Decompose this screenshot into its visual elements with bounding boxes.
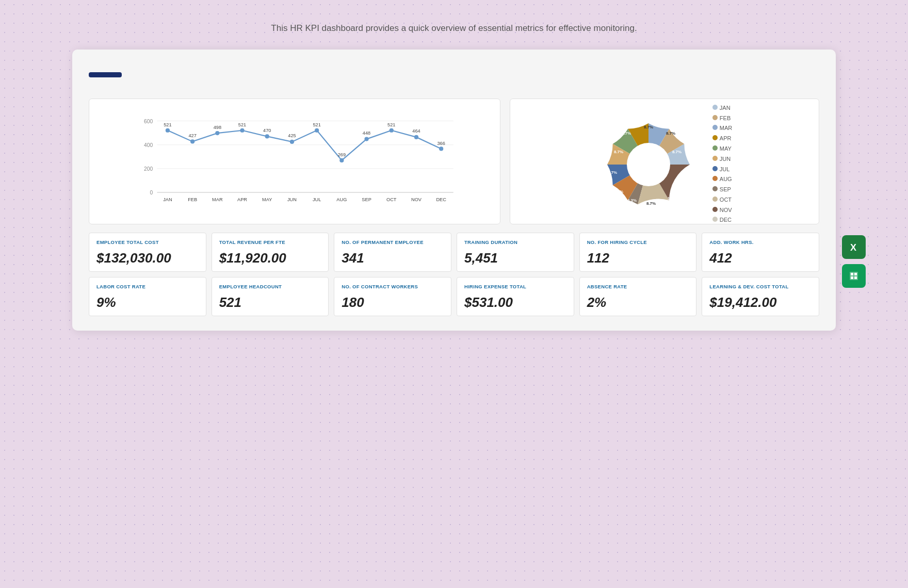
svg-text:MAR: MAR bbox=[212, 197, 223, 202]
svg-text:269: 269 bbox=[338, 152, 346, 157]
svg-text:521: 521 bbox=[238, 122, 246, 127]
kpi-cell: NO. FOR HIRING CYCLE 112 bbox=[579, 233, 697, 272]
kpi-value: $531.00 bbox=[464, 295, 566, 311]
kpi-cell: TOTAL REVENUE PER FTE $11,920.00 bbox=[212, 233, 329, 272]
kpi-cell: NO. OF CONTRACT WORKERS 180 bbox=[334, 277, 451, 316]
svg-text:521: 521 bbox=[387, 122, 395, 127]
kpi-label: LABOR COST RATE bbox=[96, 284, 199, 289]
svg-rect-62 bbox=[854, 273, 857, 275]
svg-point-30 bbox=[390, 128, 394, 132]
svg-text:X: X bbox=[850, 242, 856, 253]
svg-point-29 bbox=[364, 137, 368, 141]
svg-text:464: 464 bbox=[412, 128, 420, 134]
page-header: This HR KPI dashboard provides a quick o… bbox=[0, 0, 908, 40]
kpi-value: $19,412.00 bbox=[709, 295, 812, 311]
svg-text:AUG: AUG bbox=[336, 197, 347, 202]
svg-text:8.7%: 8.7% bbox=[622, 131, 631, 136]
svg-text:4.3%: 4.3% bbox=[627, 198, 637, 203]
svg-text:425: 425 bbox=[288, 133, 296, 138]
svg-text:8.7%: 8.7% bbox=[608, 170, 617, 175]
svg-text:521: 521 bbox=[313, 122, 320, 127]
svg-text:366: 366 bbox=[437, 140, 445, 145]
svg-text:400: 400 bbox=[144, 142, 153, 148]
kpi-cell: LEARNING & DEV. COST TOTAL $19,412.00 bbox=[702, 277, 819, 316]
kpi-cell: NO. OF PERMANENT EMPLOYEE 341 bbox=[334, 233, 451, 272]
donut-chart-area: 8.7% 8.7% 8.7% 8.7% 8.7% 8.7% 8.7% 4.3% … bbox=[520, 110, 809, 219]
kpi-cell: ABSENCE RATE 2% bbox=[579, 277, 697, 316]
kpi-label: ABSENCE RATE bbox=[587, 284, 689, 289]
kpi-value: $132,030.00 bbox=[96, 250, 199, 266]
line-chart-area: 600 400 200 0 JAN FEB MAR APR MAY JUN JU… bbox=[99, 110, 491, 214]
svg-text:448: 448 bbox=[363, 130, 370, 136]
svg-text:498: 498 bbox=[214, 124, 221, 129]
kpi-label: TOTAL REVENUE PER FTE bbox=[219, 239, 321, 245]
svg-text:SEP: SEP bbox=[362, 197, 371, 202]
svg-point-31 bbox=[414, 135, 418, 139]
svg-text:8.7%: 8.7% bbox=[666, 131, 675, 136]
svg-text:427: 427 bbox=[188, 133, 196, 138]
kpi-row-2: LABOR COST RATE 9%EMPLOYEE HEADCOUNT 521… bbox=[89, 277, 819, 316]
svg-text:OCT: OCT bbox=[386, 197, 397, 202]
kpi-value: 2% bbox=[587, 295, 689, 311]
kpi-cell: LABOR COST RATE 9% bbox=[89, 277, 206, 316]
kpi-value: 180 bbox=[342, 295, 444, 311]
svg-rect-63 bbox=[851, 276, 853, 279]
kpi-label: NO. FOR HIRING CYCLE bbox=[587, 239, 689, 245]
kpi-value: 341 bbox=[342, 250, 444, 266]
excel-icon[interactable]: X bbox=[842, 235, 866, 259]
kpi-label: TRAINING DURATION bbox=[464, 239, 566, 245]
kpi-label: NO. OF CONTRACT WORKERS bbox=[342, 284, 444, 289]
svg-text:17.4%: 17.4% bbox=[668, 196, 679, 201]
svg-rect-64 bbox=[854, 276, 857, 279]
sheets-icon[interactable] bbox=[842, 264, 866, 288]
svg-text:8.7%: 8.7% bbox=[644, 125, 653, 129]
svg-text:521: 521 bbox=[164, 122, 171, 127]
svg-text:FEB: FEB bbox=[188, 197, 197, 202]
kpi-label: EMPLOYEE HEADCOUNT bbox=[219, 284, 321, 289]
svg-text:DEC: DEC bbox=[436, 197, 446, 202]
svg-point-45 bbox=[627, 143, 670, 186]
month-badge bbox=[89, 72, 122, 77]
kpi-label: ADD. WORK HRS. bbox=[709, 239, 812, 245]
kpi-cell: EMPLOYEE TOTAL COST $132,030.00 bbox=[89, 233, 206, 272]
svg-text:8.7%: 8.7% bbox=[672, 150, 682, 154]
kpi-label: LEARNING & DEV. COST TOTAL bbox=[709, 284, 812, 289]
svg-text:8.7%: 8.7% bbox=[646, 201, 656, 206]
kpi-value: 521 bbox=[219, 295, 321, 311]
kpi-value: 412 bbox=[709, 250, 812, 266]
kpi-cell: TRAINING DURATION 5,451 bbox=[457, 233, 574, 272]
kpi-cell: HIRING EXPENSE TOTAL $531.00 bbox=[457, 277, 574, 316]
svg-text:APR: APR bbox=[237, 197, 247, 202]
donut-svg: 8.7% 8.7% 8.7% 8.7% 8.7% 8.7% 8.7% 4.3% … bbox=[597, 113, 700, 216]
charts-row: 600 400 200 0 JAN FEB MAR APR MAY JUN JU… bbox=[89, 99, 819, 224]
page-subtitle: This HR KPI dashboard provides a quick o… bbox=[0, 22, 908, 35]
svg-text:0: 0 bbox=[150, 190, 153, 195]
kpi-value: $11,920.00 bbox=[219, 250, 321, 266]
kpi-label: HIRING EXPENSE TOTAL bbox=[464, 284, 566, 289]
month-badge-container bbox=[89, 72, 122, 78]
kpi-cell: EMPLOYEE HEADCOUNT 521 bbox=[212, 277, 329, 316]
svg-point-21 bbox=[166, 128, 170, 132]
kpi-label: NO. OF PERMANENT EMPLOYEE bbox=[342, 239, 444, 245]
svg-point-27 bbox=[315, 128, 319, 132]
svg-point-23 bbox=[215, 131, 219, 135]
svg-rect-61 bbox=[851, 273, 853, 275]
line-chart-svg: 600 400 200 0 JAN FEB MAR APR MAY JUN JU… bbox=[99, 110, 491, 214]
kpi-label: EMPLOYEE TOTAL COST bbox=[96, 239, 199, 245]
donut-chart-box: 8.7% 8.7% 8.7% 8.7% 8.7% 8.7% 8.7% 4.3% … bbox=[510, 99, 819, 224]
svg-text:600: 600 bbox=[144, 118, 153, 124]
kpi-cell: ADD. WORK HRS. 412 bbox=[702, 233, 819, 272]
svg-text:200: 200 bbox=[144, 166, 153, 171]
svg-point-26 bbox=[290, 139, 294, 143]
svg-point-32 bbox=[439, 146, 443, 151]
svg-text:NOV: NOV bbox=[411, 197, 422, 202]
svg-text:8.7%: 8.7% bbox=[614, 150, 623, 154]
svg-point-28 bbox=[339, 158, 344, 162]
kpi-value: 112 bbox=[587, 250, 689, 266]
line-chart-box: 600 400 200 0 JAN FEB MAR APR MAY JUN JU… bbox=[89, 99, 500, 224]
kpi-value: 5,451 bbox=[464, 250, 566, 266]
dashboard-card: 600 400 200 0 JAN FEB MAR APR MAY JUN JU… bbox=[72, 50, 836, 331]
svg-text:JAN: JAN bbox=[163, 197, 172, 202]
svg-text:8.7%: 8.7% bbox=[679, 176, 688, 181]
donut-legend: JAN FEB MAR APR MAY JUN JUL AUG SEP OCT … bbox=[712, 103, 732, 226]
